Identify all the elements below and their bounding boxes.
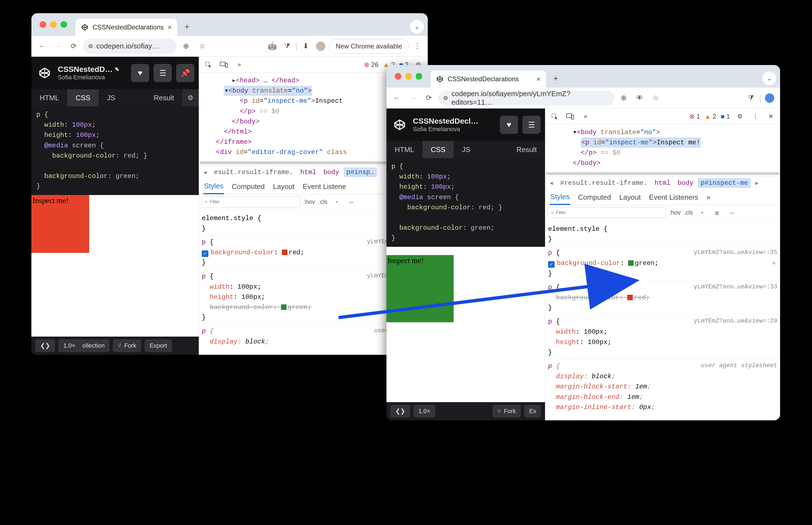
tab-more[interactable]: » bbox=[706, 190, 711, 205]
codepen-logo[interactable] bbox=[36, 64, 53, 82]
bookmark-icon[interactable]: ☆ bbox=[196, 40, 209, 53]
close-window-button[interactable] bbox=[40, 21, 46, 28]
source-link[interactable]: yLmYEmZ?ano…ue&view=:33 bbox=[694, 282, 777, 292]
export-button[interactable]: Ex bbox=[524, 405, 541, 418]
crumb-prev[interactable]: ◀ bbox=[201, 168, 209, 177]
layers-icon[interactable]: ▭ bbox=[726, 207, 738, 219]
inspect-element-icon[interactable] bbox=[549, 111, 560, 122]
close-devtools-icon[interactable]: ✕ bbox=[765, 111, 776, 122]
heart-button[interactable]: ♥ bbox=[500, 116, 518, 134]
color-swatch-green[interactable] bbox=[628, 260, 634, 266]
inspect-element-icon[interactable] bbox=[203, 59, 214, 70]
scrollbar[interactable] bbox=[546, 172, 780, 175]
crumb-next[interactable]: ▶ bbox=[752, 179, 761, 188]
info-count[interactable]: ■1 bbox=[721, 112, 730, 120]
hov-toggle[interactable]: :hov bbox=[669, 209, 681, 216]
color-swatch-red[interactable] bbox=[627, 295, 633, 300]
close-window-button[interactable] bbox=[395, 73, 401, 80]
tab-overflow-button[interactable]: ⌄ bbox=[410, 20, 424, 34]
layers-icon[interactable]: ▭ bbox=[346, 196, 357, 208]
robot-icon[interactable]: 🤖 bbox=[266, 40, 279, 53]
site-settings-icon[interactable]: ⚙ bbox=[88, 43, 93, 49]
tab-layout[interactable]: Layout bbox=[272, 180, 295, 194]
downloads-icon[interactable]: ⬇ bbox=[299, 40, 312, 53]
add-declaration-icon[interactable]: ＋ bbox=[771, 258, 777, 268]
new-tab-button[interactable]: + bbox=[180, 20, 194, 34]
tab-gear-icon[interactable]: ⚙ bbox=[182, 89, 199, 106]
color-swatch-green[interactable] bbox=[281, 304, 286, 310]
settings-list-button[interactable]: ☰ bbox=[522, 116, 541, 134]
pin-button[interactable]: 📌 bbox=[176, 64, 194, 82]
reload-button[interactable]: ⟳ bbox=[422, 91, 435, 105]
elements-tree[interactable]: ▾<body translate="no"> <p id="inspect-me… bbox=[545, 124, 780, 171]
forward-button[interactable]: → bbox=[406, 91, 420, 105]
crumb-selected[interactable]: p#inspect-me bbox=[698, 178, 751, 188]
zoom-icon[interactable]: ⊕ bbox=[179, 40, 193, 53]
tab-listeners[interactable]: Event Listene bbox=[302, 180, 347, 194]
more-panels-icon[interactable]: » bbox=[234, 59, 245, 70]
profile-avatar[interactable] bbox=[314, 40, 327, 53]
inspect-target[interactable]: Inspect me! bbox=[387, 255, 454, 322]
tab-layout[interactable]: Layout bbox=[619, 190, 641, 205]
tab-js[interactable]: JS bbox=[98, 89, 123, 106]
tab-html[interactable]: HTML bbox=[387, 141, 422, 158]
error-count[interactable]: ⊗1 bbox=[689, 112, 700, 120]
device-mode-icon[interactable] bbox=[564, 111, 576, 122]
forward-button[interactable]: → bbox=[51, 40, 64, 53]
cls-toggle[interactable]: .cls bbox=[684, 209, 693, 216]
bookmark-icon[interactable]: ☆ bbox=[649, 91, 662, 105]
crumb-html[interactable]: html bbox=[298, 167, 319, 177]
browser-tab[interactable]: CSSNestedDeclarations × bbox=[431, 71, 546, 88]
console-toggle[interactable]: ❮❯ bbox=[390, 405, 410, 418]
flex-icon[interactable]: ▥ bbox=[711, 207, 723, 219]
console-toggle[interactable]: ❮❯ bbox=[35, 339, 55, 352]
color-swatch-red[interactable] bbox=[282, 250, 287, 255]
codepen-logo[interactable] bbox=[391, 116, 408, 134]
kebab-menu-icon[interactable]: ⋮ bbox=[750, 111, 761, 122]
settings-list-button[interactable]: ☰ bbox=[154, 64, 172, 82]
zoom-label[interactable]: 1.0× bbox=[413, 405, 435, 418]
tab-html[interactable]: HTML bbox=[31, 89, 67, 106]
tab-css[interactable]: CSS bbox=[67, 89, 98, 106]
eye-off-icon[interactable]: 👁 bbox=[633, 91, 646, 105]
tab-overflow-button[interactable]: ⌄ bbox=[763, 72, 776, 85]
url-field[interactable]: ⚙ codepen.io/sofiay… bbox=[83, 39, 177, 54]
more-panels-icon[interactable]: » bbox=[580, 111, 591, 122]
edit-pen-icon[interactable]: ✎ bbox=[115, 66, 120, 73]
back-button[interactable]: ← bbox=[390, 91, 404, 105]
error-count[interactable]: ⊗26 bbox=[364, 61, 378, 69]
filter-input[interactable]: ▿ Filter bbox=[547, 207, 666, 218]
device-mode-icon[interactable] bbox=[218, 59, 229, 70]
source-link[interactable]: yLmYEmZ?ano…ue&view=:35 bbox=[694, 248, 777, 257]
zoom-icon[interactable]: ⊕ bbox=[617, 91, 630, 105]
profile-avatar[interactable] bbox=[763, 91, 776, 105]
crumb-body[interactable]: body bbox=[675, 178, 697, 188]
tab-result[interactable]: Result bbox=[145, 89, 182, 106]
reload-button[interactable]: ⟳ bbox=[67, 40, 80, 53]
tab-styles[interactable]: Styles bbox=[203, 179, 224, 194]
fork-button[interactable]: ⑂ Fork bbox=[493, 405, 521, 418]
minimize-window-button[interactable] bbox=[405, 73, 412, 80]
site-settings-icon[interactable]: ⚙ bbox=[443, 95, 448, 101]
heart-button[interactable]: ♥ bbox=[131, 64, 149, 82]
source-link[interactable]: yLmYEmZ?ano…ue&view=:29 bbox=[694, 316, 777, 326]
add-rule-icon[interactable]: ＋ bbox=[697, 207, 708, 219]
tab-computed[interactable]: Computed bbox=[231, 180, 265, 194]
rule-enabled-checkbox[interactable]: ✓ bbox=[202, 250, 208, 257]
crumb-selected[interactable]: p#insp… bbox=[344, 167, 377, 177]
extensions-icon[interactable]: ⧩ bbox=[744, 91, 758, 105]
filter-input[interactable]: ▿ Filter bbox=[201, 196, 300, 207]
tab-result[interactable]: Result bbox=[508, 141, 545, 158]
fork-button[interactable]: ⑂ Fork bbox=[113, 339, 141, 352]
new-tab-button[interactable]: + bbox=[549, 72, 563, 85]
style-rules[interactable]: element.style {} yLmYEmZ?ano…ue&view=:35… bbox=[545, 221, 780, 416]
zoom-label[interactable]: 1.0× ollection bbox=[58, 339, 110, 352]
tab-styles[interactable]: Styles bbox=[550, 190, 570, 205]
maximize-window-button[interactable] bbox=[416, 73, 422, 80]
gear-icon[interactable]: ⚙ bbox=[734, 111, 745, 122]
browser-tab[interactable]: CSSNestedDeclarations × bbox=[75, 19, 177, 36]
hov-toggle[interactable]: :hov bbox=[303, 198, 315, 206]
tab-computed[interactable]: Computed bbox=[577, 190, 612, 205]
css-editor[interactable]: p { width: 100px; height: 100px; @media … bbox=[31, 106, 199, 195]
close-tab-icon[interactable]: × bbox=[168, 23, 172, 32]
